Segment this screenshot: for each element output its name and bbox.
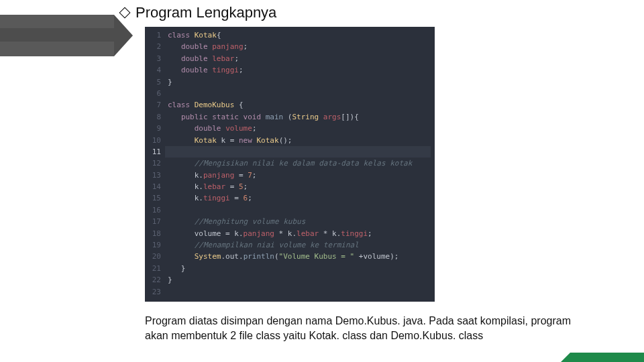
bullet-diamond-icon (119, 7, 131, 19)
heading-text: Program Lengkapnya (136, 4, 276, 21)
line-number-gutter: 1234567891011121314151617181920212223 (145, 29, 168, 298)
section-heading: Program Lengkapnya (121, 4, 604, 21)
code-block: 1234567891011121314151617181920212223 cl… (145, 27, 435, 302)
slide-accent-bottom (570, 353, 644, 362)
slide-accent-top (0, 15, 114, 56)
code-body: class Kotak{ double panjang; double leba… (168, 29, 435, 298)
caption-text: Program diatas disimpan dengan nama Demo… (145, 314, 574, 343)
